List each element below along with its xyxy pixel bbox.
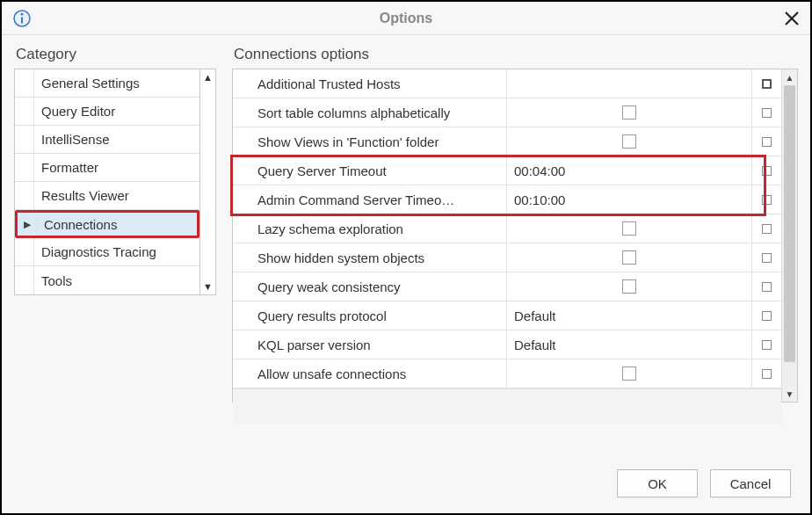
property-marker-icon: [762, 166, 772, 176]
dialog-title: Options: [380, 11, 432, 26]
property-marker-icon: [762, 137, 772, 147]
category-item-tools[interactable]: Tools: [15, 266, 199, 294]
category-item-query-editor[interactable]: Query Editor: [15, 98, 199, 126]
property-marker-icon: [762, 369, 772, 379]
scroll-down-icon[interactable]: ▼: [200, 279, 215, 294]
category-heading: Category: [14, 46, 216, 63]
option-row-query-weak-consistency[interactable]: Query weak consistency: [233, 272, 781, 301]
checkbox[interactable]: [622, 221, 636, 236]
property-marker-icon: [762, 311, 772, 321]
option-row-admin-command-server-timeout[interactable]: Admin Command Server Timeo…00:10:00: [233, 185, 781, 214]
checkbox[interactable]: [622, 134, 636, 149]
property-marker-icon: [762, 108, 772, 118]
options-dialog: Options Category General Settings Query …: [0, 0, 812, 515]
checkbox[interactable]: [622, 366, 636, 381]
svg-point-2: [21, 13, 24, 16]
ok-button[interactable]: OK: [617, 469, 698, 497]
option-row-show-views-in-function-folder[interactable]: Show Views in 'Function' folder: [233, 127, 781, 156]
cancel-button[interactable]: Cancel: [710, 469, 791, 497]
property-marker-icon: [762, 282, 772, 292]
titlebar: Options: [2, 2, 810, 35]
scroll-up-icon[interactable]: ▲: [782, 69, 797, 85]
option-row-additional-trusted-hosts[interactable]: Additional Trusted Hosts: [233, 69, 781, 98]
option-row-query-server-timeout[interactable]: Query Server Timeout00:04:00: [233, 156, 781, 185]
category-list: General Settings Query Editor IntelliSen…: [14, 69, 200, 295]
category-scrollbar[interactable]: ▲ ▼: [200, 69, 216, 295]
options-grid: Additional Trusted Hosts Sort table colu…: [232, 69, 798, 403]
option-row-show-hidden-system-objects[interactable]: Show hidden system objects: [233, 243, 781, 272]
options-heading: Connections options: [232, 46, 798, 63]
property-marker-icon: [762, 340, 772, 350]
checkbox[interactable]: [622, 250, 636, 265]
category-item-general-settings[interactable]: General Settings: [15, 69, 199, 98]
category-item-results-viewer[interactable]: Results Viewer: [15, 182, 199, 210]
category-item-intellisense[interactable]: IntelliSense: [15, 126, 199, 154]
svg-rect-1: [21, 18, 23, 24]
options-scrollbar[interactable]: ▲ ▼: [781, 69, 797, 402]
expand-arrow-icon: ▶: [18, 213, 37, 236]
property-marker-icon: [762, 224, 772, 234]
category-item-connections[interactable]: ▶Connections: [15, 210, 199, 238]
option-row-kql-parser-version[interactable]: KQL parser versionDefault: [233, 330, 781, 359]
dialog-footer: OK Cancel: [2, 453, 810, 513]
option-row-allow-unsafe-connections[interactable]: Allow unsafe connections: [233, 359, 781, 388]
option-row-lazy-schema-exploration[interactable]: Lazy schema exploration: [233, 214, 781, 243]
category-item-formatter[interactable]: Formatter: [15, 154, 199, 182]
info-icon: [12, 9, 32, 28]
options-description-area: [233, 388, 781, 424]
property-marker-icon: [762, 195, 772, 205]
option-row-sort-table-columns[interactable]: Sort table columns alphabetically: [233, 98, 781, 127]
category-item-diagnostics-tracing[interactable]: Diagnostics Tracing: [15, 238, 199, 266]
checkbox[interactable]: [622, 279, 636, 294]
checkbox[interactable]: [622, 105, 636, 120]
close-icon[interactable]: [784, 11, 800, 26]
scroll-up-icon[interactable]: ▲: [200, 69, 215, 85]
property-marker-icon: [762, 253, 772, 263]
option-row-query-results-protocol[interactable]: Query results protocolDefault: [233, 301, 781, 330]
scroll-thumb[interactable]: [784, 85, 795, 362]
property-edit-icon[interactable]: [762, 79, 772, 89]
scroll-down-icon[interactable]: ▼: [782, 386, 797, 402]
